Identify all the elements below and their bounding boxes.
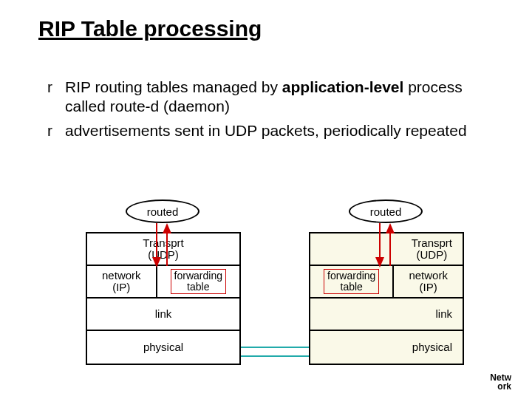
right-network-cell: network (IP) [394, 266, 463, 297]
right-physical-cell: physical [310, 331, 463, 364]
left-network-cell: network (IP) [87, 266, 157, 297]
bullet-item: r advertisements sent in UDP packets, pe… [47, 121, 476, 140]
slide-title: RIP Table processing [38, 16, 262, 41]
bullet-item: r RIP routing tables managed by applicat… [47, 78, 476, 117]
routed-right-label: routed [349, 200, 423, 223]
right-link-cell: link [310, 299, 463, 330]
bullet-list: r RIP routing tables managed by applicat… [47, 78, 476, 145]
left-fwd-cell: forwarding table [157, 266, 239, 297]
bullet-text: RIP routing tables managed by applicatio… [65, 78, 476, 117]
right-transport-cell: Transprt (UDP) [310, 233, 463, 265]
left-protocol-stack: Transprt (UDP) network (IP) forwarding t… [86, 232, 241, 365]
bullet-marker: r [47, 78, 65, 117]
slide-footer: Network [490, 373, 511, 392]
routed-left-label: routed [126, 200, 200, 223]
bullet-marker: r [47, 121, 65, 140]
bullet-text: advertisements sent in UDP packets, peri… [65, 121, 467, 140]
left-fwd-table: forwarding table [171, 269, 226, 293]
left-link-cell: link [87, 299, 239, 330]
left-physical-cell: physical [87, 331, 239, 364]
right-fwd-table: forwarding table [324, 269, 379, 293]
left-transport-cell: Transprt (UDP) [87, 233, 239, 265]
right-fwd-cell: forwarding table [310, 266, 394, 297]
right-protocol-stack: Transprt (UDP) forwarding table network … [309, 232, 464, 365]
